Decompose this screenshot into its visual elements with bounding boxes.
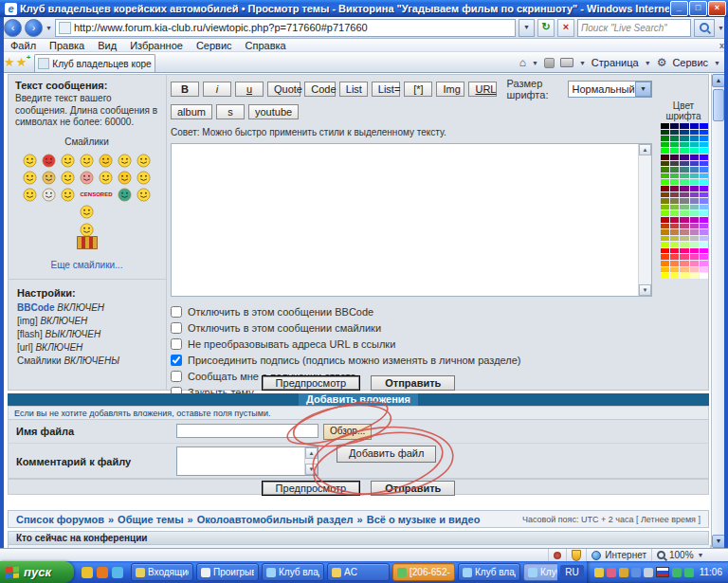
color-swatch-00BF00[interactable] [661, 142, 669, 148]
color-swatch-BF40FF[interactable] [700, 224, 708, 229]
color-swatch-BF8040[interactable] [670, 229, 679, 235]
scroll-up-icon[interactable]: ▲ [305, 447, 318, 459]
bbcode-button-B[interactable]: B [171, 82, 199, 97]
search-dropdown-icon[interactable]: ▼ [718, 25, 724, 31]
color-swatch-00FF80[interactable] [680, 148, 688, 154]
forward-button[interactable]: › [25, 19, 43, 37]
color-swatch-FFFFBF[interactable] [690, 273, 699, 279]
taskbar-task-6[interactable]: Клуб владе... [458, 563, 520, 581]
color-swatch-800000[interactable] [661, 186, 669, 191]
smiley-5[interactable] [99, 154, 113, 168]
bbcode-button-u[interactable]: u [235, 82, 264, 97]
color-swatch-8000FF[interactable] [700, 186, 708, 191]
tray-mail-icon[interactable] [594, 568, 604, 577]
color-swatch-BFBF00[interactable] [661, 236, 669, 242]
color-swatch-80FF00[interactable] [661, 210, 669, 216]
address-input[interactable]: http://www.forum.kia-club.ru/viewtopic.p… [55, 19, 516, 37]
favorites-star-icon[interactable]: ★ [4, 55, 15, 69]
color-swatch-8000BF[interactable] [690, 186, 699, 191]
menu-item-Файл[interactable]: Файл [4, 40, 43, 51]
scrollbar-thumb[interactable] [713, 89, 724, 121]
comment-textarea[interactable]: ▲ ▼ [176, 446, 318, 476]
color-swatch-BFFF40[interactable] [670, 242, 679, 247]
color-swatch-40FFBF[interactable] [690, 179, 699, 185]
color-swatch-FF40FF[interactable] [700, 254, 708, 260]
bbcode-button-*[interactable]: [*] [404, 82, 432, 97]
smiley-9[interactable] [42, 171, 56, 185]
color-swatch-40BFFF[interactable] [700, 173, 708, 179]
browser-tab[interactable]: Клуб владельцев корейских автомобилей • … [34, 54, 155, 72]
smiley-12[interactable] [99, 171, 113, 185]
color-swatch-BFBF80[interactable] [680, 236, 688, 242]
bbcode-button-s[interactable]: s [216, 104, 245, 119]
color-swatch-4040FF[interactable] [700, 161, 708, 167]
bbcode-button-i[interactable]: i [203, 82, 231, 97]
color-swatch-8080BF[interactable] [690, 198, 699, 204]
textarea-scrollbar[interactable]: ▲ ▼ [638, 144, 651, 296]
color-swatch-404040[interactable] [670, 161, 679, 167]
smiley-6[interactable] [118, 154, 132, 168]
menu-item-Справка[interactable]: Справка [239, 40, 293, 51]
home-dropdown-icon[interactable]: ▼ [532, 60, 538, 66]
color-swatch-BFFFFF[interactable] [700, 242, 708, 247]
breadcrumb-link-1[interactable]: Список форумов [16, 514, 104, 525]
address-dropdown-icon[interactable]: ▼ [519, 19, 535, 37]
color-swatch-4080FF[interactable] [700, 167, 708, 173]
option-row-2[interactable]: Отключить в этом сообщении смайлики [171, 322, 652, 334]
page-dropdown-icon[interactable]: ▼ [645, 60, 651, 66]
color-swatch-80BF40[interactable] [670, 205, 679, 210]
tray-update-icon[interactable] [631, 568, 641, 577]
history-dropdown-icon[interactable]: ▼ [46, 25, 52, 31]
tray-messenger-icon[interactable] [607, 568, 616, 577]
color-swatch-808080[interactable] [680, 198, 688, 204]
color-swatch-00BF80[interactable] [680, 142, 688, 148]
color-swatch-8040BF[interactable] [690, 192, 699, 198]
taskbar-task-4[interactable]: AC [327, 563, 390, 581]
color-swatch-0000BF[interactable] [690, 123, 699, 129]
color-swatch-40BF80[interactable] [680, 173, 688, 179]
bbcode-button-Img[interactable]: Img [436, 82, 464, 97]
color-swatch-8080FF[interactable] [700, 198, 708, 204]
color-swatch-008080[interactable] [680, 136, 688, 141]
bbcode-button-album[interactable]: album [171, 104, 212, 119]
color-swatch-4000BF[interactable] [690, 155, 699, 160]
close-button[interactable]: × [708, 1, 726, 16]
color-swatch-FF0080[interactable] [680, 248, 688, 254]
smiley-15[interactable] [23, 188, 37, 202]
color-swatch-004040[interactable] [670, 130, 679, 136]
bbcode-button-List=[interactable]: List= [372, 82, 401, 97]
scrollbar-up-icon[interactable]: ▲ [712, 74, 725, 87]
color-swatch-80FF80[interactable] [680, 210, 688, 216]
tools-menu[interactable]: Сервис [672, 57, 708, 68]
smiley-14[interactable] [136, 171, 151, 185]
back-button[interactable]: ‹ [4, 19, 22, 37]
smiley-7[interactable] [136, 154, 151, 168]
color-swatch-0000FF[interactable] [700, 123, 708, 129]
color-swatch-00FFBF[interactable] [690, 148, 699, 154]
color-swatch-00FFFF[interactable] [700, 148, 708, 154]
start-button[interactable]: пуск [0, 561, 74, 583]
preview-button[interactable]: Предпросмотр [262, 375, 361, 391]
color-swatch-000040[interactable] [670, 123, 679, 129]
color-swatch-40FF80[interactable] [680, 179, 688, 185]
color-swatch-40BF40[interactable] [670, 173, 679, 179]
submit-button-bottom[interactable]: Отправить [371, 481, 455, 496]
submit-button[interactable]: Отправить [371, 375, 455, 391]
comment-scrollbar[interactable]: ▲ ▼ [304, 447, 318, 475]
color-swatch-BFBFFF[interactable] [700, 236, 708, 242]
taskbar-task-3[interactable]: Клуб владе... [262, 563, 324, 581]
color-swatch-40BFBF[interactable] [690, 173, 699, 179]
smiley-3[interactable] [61, 154, 75, 168]
print-dropdown-icon[interactable]: ▼ [579, 60, 586, 66]
bbcode-button-youtube[interactable]: youtube [248, 104, 299, 119]
smiley-16[interactable] [42, 188, 56, 202]
color-swatch-40FFFF[interactable] [700, 179, 708, 185]
color-swatch-408000[interactable] [661, 167, 669, 173]
printer-icon[interactable] [560, 58, 573, 67]
color-swatch-BF0000[interactable] [661, 217, 669, 223]
color-swatch-40FF40[interactable] [670, 179, 679, 185]
color-swatch-80FFFF[interactable] [700, 210, 708, 216]
status-zoom-pane[interactable]: 100% ▼ [651, 549, 728, 561]
more-smilies-link[interactable]: Еще смайлики... [15, 260, 158, 270]
color-swatch-4040BF[interactable] [690, 161, 699, 167]
